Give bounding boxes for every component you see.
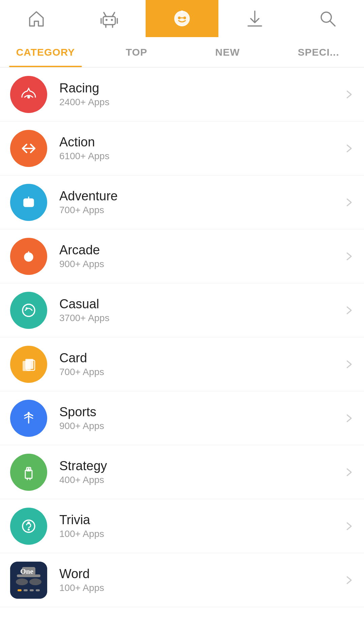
svg-line-18 bbox=[330, 21, 335, 26]
sports-count: 900+ Apps bbox=[59, 421, 341, 431]
category-item-trivia[interactable]: Trivia 100+ Apps bbox=[0, 499, 364, 553]
svg-point-12 bbox=[183, 17, 186, 19]
sports-name: Sports bbox=[59, 405, 341, 419]
svg-point-50 bbox=[16, 578, 28, 585]
racing-count: 2400+ Apps bbox=[59, 97, 341, 108]
trivia-chevron bbox=[344, 521, 354, 531]
svg-line-3 bbox=[104, 12, 106, 17]
tab-bar: CATEGORY TOP NEW SPECI... bbox=[0, 37, 364, 67]
nav-search[interactable] bbox=[291, 0, 364, 37]
svg-rect-56 bbox=[30, 589, 34, 591]
card-count: 700+ Apps bbox=[59, 367, 341, 377]
action-name: Action bbox=[59, 135, 341, 149]
category-item-racing[interactable]: Racing 2400+ Apps bbox=[0, 67, 364, 121]
casual-name: Casual bbox=[59, 297, 341, 311]
casual-count: 3700+ Apps bbox=[59, 313, 341, 323]
category-item-casual[interactable]: Casual 3700+ Apps bbox=[0, 283, 364, 337]
svg-point-48 bbox=[28, 529, 30, 531]
racing-name: Racing bbox=[59, 81, 341, 95]
svg-rect-41 bbox=[25, 470, 32, 478]
arcade-chevron bbox=[344, 252, 354, 261]
card-chevron bbox=[344, 360, 354, 369]
category-item-card[interactable]: Card 700+ Apps bbox=[0, 337, 364, 391]
tab-new[interactable]: NEW bbox=[182, 37, 273, 67]
tab-special[interactable]: SPECI... bbox=[273, 37, 364, 67]
category-item-arcade[interactable]: Arcade 900+ Apps bbox=[0, 229, 364, 283]
category-item-action[interactable]: Action 6100+ Apps bbox=[0, 121, 364, 175]
strategy-count: 400+ Apps bbox=[59, 475, 341, 485]
category-list: Racing 2400+ Apps Action 6100+ Apps Adve… bbox=[0, 67, 364, 607]
category-item-word[interactable]: One Word 100+ Apps bbox=[0, 553, 364, 607]
strategy-icon bbox=[10, 454, 47, 491]
svg-rect-0 bbox=[103, 17, 115, 25]
adventure-icon bbox=[10, 184, 47, 221]
word-icon: One bbox=[10, 562, 47, 599]
svg-point-40 bbox=[28, 412, 30, 414]
trivia-icon bbox=[10, 508, 47, 545]
sports-icon bbox=[10, 400, 47, 437]
svg-line-39 bbox=[29, 416, 33, 418]
arcade-icon bbox=[10, 238, 47, 275]
casual-chevron bbox=[344, 306, 354, 315]
nav-download[interactable] bbox=[218, 0, 291, 37]
svg-point-11 bbox=[178, 17, 181, 19]
svg-point-19 bbox=[27, 96, 30, 98]
racing-chevron bbox=[344, 90, 354, 99]
adventure-name: Adventure bbox=[59, 189, 341, 203]
svg-point-51 bbox=[29, 578, 41, 585]
svg-point-32 bbox=[23, 304, 35, 316]
nav-android[interactable] bbox=[73, 0, 146, 37]
svg-rect-57 bbox=[36, 589, 40, 591]
svg-rect-55 bbox=[24, 589, 28, 591]
trivia-name: Trivia bbox=[59, 513, 341, 527]
tab-top[interactable]: TOP bbox=[91, 37, 182, 67]
svg-rect-14 bbox=[181, 10, 183, 13]
svg-point-2 bbox=[111, 19, 113, 21]
casual-icon bbox=[10, 292, 47, 329]
strategy-name: Strategy bbox=[59, 459, 341, 473]
card-icon bbox=[10, 346, 47, 383]
strategy-chevron bbox=[344, 468, 354, 477]
card-name: Card bbox=[59, 351, 341, 365]
nav-games[interactable] bbox=[146, 0, 218, 37]
svg-point-43 bbox=[28, 468, 30, 470]
action-count: 6100+ Apps bbox=[59, 151, 341, 162]
category-item-sports[interactable]: Sports 900+ Apps bbox=[0, 391, 364, 445]
svg-point-27 bbox=[28, 202, 29, 203]
category-item-adventure[interactable]: Adventure 700+ Apps bbox=[0, 175, 364, 229]
svg-line-38 bbox=[25, 416, 29, 418]
top-nav bbox=[0, 0, 364, 37]
category-item-strategy[interactable]: Strategy 400+ Apps bbox=[0, 445, 364, 499]
svg-rect-54 bbox=[18, 589, 22, 591]
svg-point-1 bbox=[105, 19, 108, 21]
tab-category[interactable]: CATEGORY bbox=[0, 37, 91, 67]
sports-chevron bbox=[344, 414, 354, 423]
svg-point-33 bbox=[26, 307, 28, 309]
word-count: 100+ Apps bbox=[59, 583, 341, 593]
arcade-name: Arcade bbox=[59, 243, 341, 257]
action-icon bbox=[10, 130, 47, 167]
adventure-count: 700+ Apps bbox=[59, 205, 341, 216]
nav-home[interactable] bbox=[0, 0, 73, 37]
arcade-count: 900+ Apps bbox=[59, 259, 341, 270]
adventure-chevron bbox=[344, 198, 354, 207]
racing-icon bbox=[10, 76, 47, 113]
action-chevron bbox=[344, 144, 354, 153]
svg-text:One: One bbox=[20, 567, 33, 575]
svg-point-31 bbox=[28, 254, 29, 255]
trivia-count: 100+ Apps bbox=[59, 529, 341, 539]
word-name: Word bbox=[59, 567, 341, 581]
word-chevron bbox=[344, 575, 354, 585]
svg-line-4 bbox=[112, 12, 115, 17]
